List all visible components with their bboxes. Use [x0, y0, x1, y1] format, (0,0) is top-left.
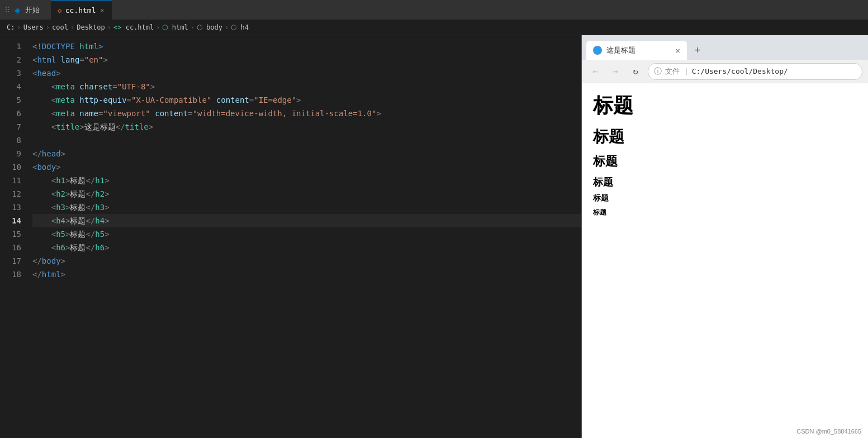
- breadcrumb-users: Users: [23, 23, 44, 31]
- code-line-6: <meta name="viewport" content="width=dev…: [32, 107, 581, 120]
- code-line-12: <h2>标题</h2>: [32, 187, 581, 201]
- browser-tab-title: 这是标题: [606, 45, 635, 55]
- code-line-16: <h6>标题</h6>: [32, 241, 581, 254]
- address-url: C:/Users/cool/Desktop/: [692, 67, 788, 75]
- forward-button[interactable]: →: [608, 64, 623, 79]
- tab-title: cc.html: [65, 6, 96, 15]
- browser-content: 标题 标题 标题 标题 标题 标题: [582, 83, 868, 438]
- code-line-8: [32, 134, 581, 147]
- code-lines[interactable]: <!DOCTYPE html><html lang="en"><head> <m…: [28, 35, 581, 438]
- preview-h1: 标题: [593, 92, 857, 120]
- code-line-17: </body>: [32, 254, 581, 268]
- breadcrumb-file[interactable]: <> cc.html: [113, 23, 154, 31]
- address-info-icon: ⓘ: [654, 66, 662, 77]
- code-line-2: <html lang="en">: [32, 53, 581, 66]
- preview-h4: 标题: [593, 175, 857, 189]
- tab-file-icon: ◇: [58, 6, 62, 15]
- code-line-3: <head>: [32, 66, 581, 80]
- vscode-logo: ◈: [15, 4, 21, 16]
- code-line-10: <body>: [32, 160, 581, 174]
- code-container: 123456789101112131415161718 <!DOCTYPE ht…: [0, 35, 581, 438]
- code-line-1: <!DOCTYPE html>: [32, 40, 581, 53]
- breadcrumb: C: › Users › cool › Desktop › <> cc.html…: [0, 20, 868, 35]
- browser-tabs: 🌐 这是标题 ✕ +: [582, 35, 868, 60]
- code-line-4: <meta charset="UTF-8">: [32, 80, 581, 93]
- browser-toolbar: ← → ↻ ⓘ 文件 | C:/Users/cool/Desktop/: [582, 60, 868, 83]
- browser-tab[interactable]: 🌐 这是标题 ✕: [586, 41, 687, 60]
- tab-close-button[interactable]: ✕: [99, 6, 105, 15]
- line-numbers: 123456789101112131415161718: [0, 35, 28, 438]
- editor-area: 123456789101112131415161718 <!DOCTYPE ht…: [0, 35, 581, 438]
- address-file-label: 文件 |: [665, 66, 689, 77]
- preview-h6: 标题: [593, 208, 857, 217]
- new-tab-button[interactable]: +: [689, 41, 706, 58]
- preview-h2: 标题: [593, 126, 857, 147]
- browser-panel: 🌐 这是标题 ✕ + ← → ↻ ⓘ 文件 | C:/Users/cool/De…: [581, 35, 868, 438]
- code-line-14: <h4>标题</h4>: [32, 214, 581, 227]
- breadcrumb-c: C:: [7, 23, 15, 31]
- title-bar: ⠿ ◈ 开始 ◇ cc.html ✕: [0, 0, 868, 20]
- code-line-5: <meta http-equiv="X-UA-Compatible" conte…: [32, 93, 581, 107]
- code-line-13: <h3>标题</h3>: [32, 201, 581, 214]
- tab-bar: ◇ cc.html ✕: [51, 0, 112, 20]
- breadcrumb-cool[interactable]: cool: [52, 23, 68, 31]
- breadcrumb-h4[interactable]: ⬡ h4: [231, 23, 249, 31]
- browser-favicon: 🌐: [593, 46, 602, 55]
- preview-h5: 标题: [593, 193, 857, 203]
- browser-tab-close[interactable]: ✕: [676, 46, 680, 55]
- breadcrumb-body[interactable]: ⬡ body: [197, 23, 222, 31]
- active-tab[interactable]: ◇ cc.html ✕: [51, 0, 112, 20]
- preview-h3: 标题: [593, 153, 857, 170]
- address-bar[interactable]: ⓘ 文件 | C:/Users/cool/Desktop/: [648, 63, 862, 80]
- back-button[interactable]: ←: [587, 64, 603, 79]
- main-area: 123456789101112131415161718 <!DOCTYPE ht…: [0, 35, 868, 438]
- refresh-button[interactable]: ↻: [628, 64, 643, 79]
- breadcrumb-desktop[interactable]: Desktop: [77, 23, 105, 31]
- start-label: 开始: [25, 5, 40, 15]
- breadcrumb-html[interactable]: ⬡ html: [162, 23, 188, 31]
- code-line-18: </html>: [32, 268, 581, 281]
- code-line-7: <title>这是标题</title>: [32, 120, 581, 134]
- code-line-9: </head>: [32, 147, 581, 160]
- code-line-15: <h5>标题</h5>: [32, 227, 581, 241]
- watermark: CSDN @m0_58841665: [796, 428, 861, 435]
- code-line-11: <h1>标题</h1>: [32, 174, 581, 187]
- drag-dots: ⠿: [4, 6, 10, 15]
